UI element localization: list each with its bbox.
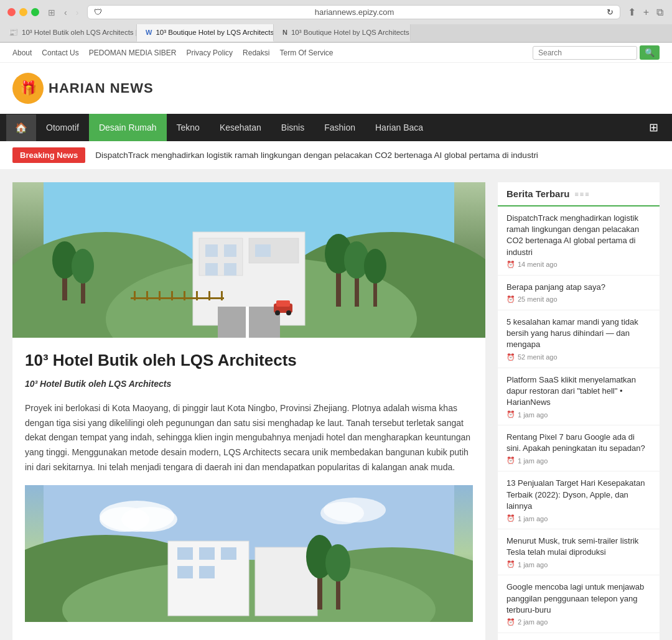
shuffle-button[interactable]: ⊞ [642, 116, 666, 139]
sidebar-news-item-5[interactable]: Rentang Pixel 7 baru Google ada di sini.… [498, 425, 660, 471]
nav-kesehatan[interactable]: Kesehatan [210, 114, 271, 141]
news-item-title-7: Menurut Musk, truk semi-trailer listrik … [506, 536, 651, 558]
svg-rect-33 [184, 291, 185, 300]
sidebar-news-item-4[interactable]: Platform SaaS klikit menyelamatkan dapur… [498, 368, 660, 426]
article-main: 10³ Hotel Butik oleh LQS Architects 10³ … [12, 182, 485, 640]
logo-text: HARIAN NEWS [49, 80, 154, 96]
sidebar-news-item-3[interactable]: 5 kesalahan kamar mandi yang tidak bersi… [498, 310, 660, 368]
nav-desain-rumah[interactable]: Desain Rumah [89, 114, 167, 141]
browser-controls: ⊞ ‹ › [45, 6, 81, 19]
svg-point-7 [72, 249, 94, 284]
sidebar-news-item-2[interactable]: Berapa panjang atap saya? ⏰ 25 menit ago [498, 276, 660, 310]
browser-tab-3[interactable]: N 10³ Boutique Hotel by LQS Architects –… [274, 24, 411, 42]
sidebar-title: Berita Terbaru [498, 182, 660, 206]
nav-fashion[interactable]: Fashion [314, 114, 365, 141]
news-item-title-6: 13 Penjualan Target Hari Kesepakatan Ter… [506, 478, 651, 512]
svg-point-23 [364, 249, 386, 284]
minimize-icon[interactable] [19, 8, 27, 16]
home-button[interactable]: 🏠 [6, 114, 36, 141]
sidebar-news-item-1[interactable]: DispatchTrack menghadirkan logistik rama… [498, 206, 660, 276]
sidebar-news-item-6[interactable]: 13 Penjualan Target Hari Kesepakatan Ter… [498, 471, 660, 529]
logo-emoji: 🎁 [20, 80, 37, 96]
site-header: 🎁 HARIAN NEWS [0, 63, 672, 114]
tab-favicon-2: W [146, 29, 152, 36]
article-hero-image [12, 182, 485, 338]
new-tab-button[interactable]: + [642, 5, 650, 19]
search-input[interactable] [533, 46, 637, 60]
article-body: 10³ Hotel Butik oleh LQS Architects 10³ … [12, 338, 485, 634]
site-logo[interactable]: 🎁 HARIAN NEWS [12, 73, 154, 104]
news-item-time-2: ⏰ 25 menit ago [506, 295, 651, 304]
breaking-news-text: DispatchTrack menghadirkan logistik rama… [95, 151, 538, 160]
contact-link[interactable]: Contact Us [42, 49, 78, 57]
browser-tab-1[interactable]: 📰 10³ Hotel Butik oleh LQS Architects | … [0, 24, 137, 42]
article-text: Proyek ini berlokasi di Kota Maoyang, di… [25, 401, 473, 475]
url-display: hariannews.epizy.com [106, 7, 602, 17]
sidebar: Berita Terbaru DispatchTrack menghadirka… [498, 182, 660, 640]
nav-otomotif[interactable]: Otomotif [36, 114, 89, 141]
svg-rect-48 [177, 547, 193, 560]
news-item-time-8: ⏰ 2 jam ago [506, 618, 651, 626]
svg-point-42 [320, 502, 364, 524]
svg-rect-17 [246, 307, 249, 338]
svg-rect-12 [224, 244, 236, 257]
sidebar-news-item-7[interactable]: Menurut Musk, truk semi-trailer listrik … [498, 529, 660, 575]
svg-point-26 [275, 310, 280, 315]
svg-rect-29 [134, 291, 136, 300]
svg-rect-30 [146, 291, 148, 300]
svg-rect-49 [199, 547, 215, 560]
maximize-icon[interactable] [31, 8, 39, 16]
nav-bisnis[interactable]: Bisnis [271, 114, 314, 141]
sidebar-news-item-9[interactable]: Efek inflasi masih mengkhawatirkan usaha… [498, 633, 660, 640]
news-item-time-3: ⏰ 52 menit ago [506, 353, 651, 361]
sidebar-news-item-8[interactable]: Google mencoba lagi untuk menjawab pangg… [498, 575, 660, 633]
clock-icon-1: ⏰ [506, 261, 515, 269]
svg-point-56 [325, 544, 350, 582]
browser-action-buttons: ⬆ + ⧉ [627, 5, 665, 19]
svg-rect-52 [199, 566, 215, 578]
tab-title-2: 10³ Boutique Hotel by LQS Architects – N… [156, 29, 274, 36]
svg-rect-31 [159, 291, 161, 300]
svg-rect-50 [221, 547, 236, 560]
term-link[interactable]: Term Of Service [279, 49, 333, 57]
svg-rect-25 [276, 300, 290, 307]
nav-tekno[interactable]: Tekno [167, 114, 210, 141]
redaksi-link[interactable]: Redaksi [243, 49, 269, 57]
breaking-news-bar: Breaking News DispatchTrack menghadirkan… [0, 141, 672, 170]
news-item-title-4: Platform SaaS klikit menyelamatkan dapur… [506, 374, 651, 409]
privacy-link[interactable]: Privacy Policy [186, 49, 233, 57]
clock-icon-2: ⏰ [506, 295, 515, 304]
forward-button[interactable]: › [73, 6, 82, 19]
website: About Contact Us PEDOMAN MEDIA SIBER Pri… [0, 43, 672, 640]
svg-rect-36 [221, 291, 223, 300]
close-icon[interactable] [7, 8, 16, 16]
browser-tab-2[interactable]: W 10³ Boutique Hotel by LQS Architects –… [137, 24, 274, 42]
tab-overview-button[interactable]: ⧉ [655, 5, 665, 19]
svg-rect-51 [177, 566, 193, 578]
pedoman-link[interactable]: PEDOMAN MEDIA SIBER [89, 49, 177, 57]
logo-icon: 🎁 [12, 73, 44, 104]
breaking-badge: Breaking News [12, 147, 85, 163]
address-bar[interactable]: 🛡 hariannews.epizy.com ↻ [87, 5, 620, 19]
svg-rect-35 [208, 291, 210, 300]
tab-title-1: 10³ Hotel Butik oleh LQS Architects | Ha… [22, 29, 137, 36]
news-item-time-4: ⏰ 1 jam ago [506, 410, 651, 419]
tab-title-3: 10³ Boutique Hotel by LQS Architects – I… [291, 29, 411, 36]
news-item-title-1: DispatchTrack menghadirkan logistik rama… [506, 213, 651, 258]
article-subtitle: 10³ Hotel Butik oleh LQS Architects [25, 379, 473, 389]
traffic-lights [7, 8, 39, 16]
browser-titlebar: ⊞ ‹ › 🛡 hariannews.epizy.com ↻ ⬆ + ⧉ [0, 0, 672, 24]
search-button[interactable]: 🔍 [640, 45, 660, 60]
about-link[interactable]: About [12, 49, 32, 57]
refresh-icon[interactable]: ↻ [607, 7, 614, 17]
tab-favicon-1: 📰 [9, 28, 18, 37]
sidebar-toggle-button[interactable]: ⊞ [45, 6, 58, 19]
svg-point-40 [121, 507, 177, 532]
share-button[interactable]: ⬆ [627, 5, 637, 19]
clock-icon-5: ⏰ [506, 457, 515, 465]
nav-harian-baca[interactable]: Harian Baca [365, 114, 433, 141]
nav-items: Otomotif Desain Rumah Tekno Kesehatan Bi… [36, 114, 433, 141]
article-title: 10³ Hotel Butik oleh LQS Architects [25, 350, 473, 371]
tabs-bar: 📰 10³ Hotel Butik oleh LQS Architects | … [0, 24, 672, 42]
back-button[interactable]: ‹ [62, 6, 70, 19]
